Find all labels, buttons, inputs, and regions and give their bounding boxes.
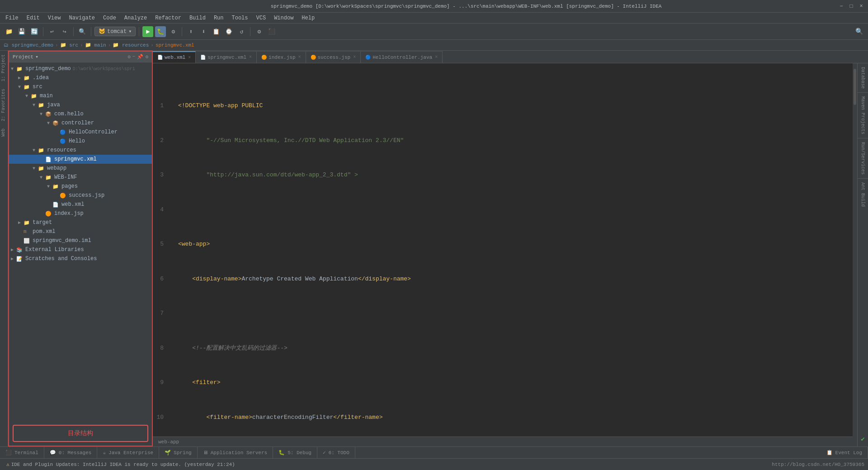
right-panel-run[interactable]: Run/Services	[859, 140, 866, 176]
project-collapse-icon[interactable]: −	[132, 54, 136, 60]
tree-item-webinf[interactable]: ▼ 📁 WEB-INF	[9, 173, 152, 182]
tomcat-config[interactable]: 🐱 tomcat ▾	[94, 27, 136, 36]
tree-item-comhello[interactable]: ▼ 📦 com.hello	[9, 109, 152, 119]
coverage-btn[interactable]: ⚙	[168, 26, 179, 37]
toolbar-search-btn[interactable]: 🔍	[77, 26, 88, 37]
menu-file[interactable]: File	[2, 14, 22, 22]
menu-refactor[interactable]: Refactor	[151, 14, 185, 22]
project-gear-icon[interactable]: ⚙	[145, 54, 148, 60]
tree-item-index-jsp[interactable]: ▶ 🟠 index.jsp	[9, 209, 152, 218]
tab-event-log[interactable]: 📋 Event Log	[821, 447, 868, 459]
editor-scrollbar[interactable]	[853, 63, 857, 446]
toolbar-sync-btn[interactable]: 🔄	[29, 26, 40, 37]
menu-vcs[interactable]: VCS	[253, 14, 270, 22]
tree-item-java-dir[interactable]: ▼ 📁 java	[9, 100, 152, 109]
tab-web-xml[interactable]: 📄 web.xml ×	[153, 51, 196, 63]
annotate-btn[interactable]: 📋	[211, 26, 222, 37]
breadcrumb-resources[interactable]: 📁 resources	[113, 42, 149, 48]
dir-structure-button[interactable]: 目录结构	[13, 425, 148, 442]
tree-item-controller[interactable]: ▼ 📦 controller	[9, 119, 152, 128]
search-everywhere-btn[interactable]: 🔍	[854, 26, 864, 37]
tab-icon-index-jsp: 🟠	[261, 55, 267, 60]
menu-run[interactable]: Run	[210, 14, 227, 22]
tab-springmvc-xml[interactable]: 📄 springmvc.xml ×	[196, 51, 257, 63]
status-notification[interactable]: ⚠ IDE and Plugin Updates: IntelliJ IDEA …	[4, 461, 238, 468]
history-btn[interactable]: ⌚	[223, 26, 234, 37]
tab-close-success-jsp[interactable]: ×	[353, 55, 356, 60]
toolbar-open-btn[interactable]: 📁	[4, 26, 14, 37]
right-panel-database[interactable]: Database	[859, 65, 866, 90]
tree-item-resources[interactable]: ▼ 📁 resources	[9, 146, 152, 155]
tab-close-index-jsp[interactable]: ×	[298, 55, 301, 60]
run-button[interactable]: ▶	[142, 26, 153, 37]
tab-debug[interactable]: 🐛 5: Debug	[273, 447, 317, 459]
tree-item-pages[interactable]: ▼ 📁 pages	[9, 182, 152, 191]
code-editor[interactable]: 1 <!DOCTYPE web-app PUBLIC 2 "-//Sun Mic…	[153, 63, 853, 437]
breadcrumb-file[interactable]: springmvc.xml	[156, 43, 194, 48]
tab-terminal[interactable]: ⬛ Terminal	[0, 447, 44, 459]
maximize-button[interactable]: □	[848, 3, 854, 9]
tab-index-jsp[interactable]: 🟠 index.jsp ×	[257, 51, 306, 63]
tree-item-hello[interactable]: ▶ 🔵 Hello	[9, 137, 152, 146]
tree-item-target[interactable]: ▶ 📁 target	[9, 218, 152, 227]
breadcrumb-main[interactable]: 📁 main	[85, 42, 106, 48]
menu-tools[interactable]: Tools	[228, 14, 252, 22]
tree-item-external-libs[interactable]: ▶ 📚 External Libraries	[9, 245, 152, 254]
scrollbar-thumb[interactable]	[854, 69, 856, 105]
tab-close-web-xml[interactable]: ×	[188, 55, 191, 60]
project-pin-icon[interactable]: 📌	[137, 54, 143, 60]
stop-btn[interactable]: ⬛	[266, 26, 277, 37]
right-panel-ant[interactable]: Ant Build	[859, 180, 866, 209]
vcs-btn[interactable]: ⬇	[198, 26, 209, 37]
tree-item-idea[interactable]: ▶ 📁 .idea	[9, 73, 152, 82]
tab-spring[interactable]: 🌱 Spring	[159, 447, 198, 459]
toolbar-redo-btn[interactable]: ↪	[59, 26, 70, 37]
maven-btn[interactable]: ⚙	[254, 26, 264, 37]
breadcrumb-src[interactable]: 📁 src	[60, 42, 78, 48]
panel-label-project[interactable]: 1: Project	[0, 51, 8, 85]
tab-close-springmvc-xml[interactable]: ×	[249, 55, 252, 60]
tab-close-hellocontroller[interactable]: ×	[435, 55, 438, 60]
tab-application-servers[interactable]: 🖥 Application Servers	[198, 447, 273, 459]
right-panel-maven[interactable]: Maven Projects	[859, 95, 866, 136]
tab-todo[interactable]: ✓ 6: TODO	[317, 447, 355, 459]
project-title[interactable]: Project ▾	[13, 54, 38, 60]
menu-edit[interactable]: Edit	[23, 14, 43, 22]
panel-label-favorites[interactable]: 2: Favorites	[0, 85, 8, 125]
toolbar-undo-btn[interactable]: ↩	[47, 26, 57, 37]
update-btn[interactable]: ⬆	[185, 26, 196, 37]
breadcrumb-project[interactable]: 🗂 springmvc_demo	[4, 42, 53, 48]
menu-code[interactable]: Code	[99, 14, 120, 22]
tree-item-springmvc-xml[interactable]: ▶ 📄 springmvc.xml	[9, 155, 152, 164]
menu-analyze[interactable]: Analyze	[121, 14, 151, 22]
tree-item-pom[interactable]: ▶ m pom.xml	[9, 227, 152, 236]
revert-btn[interactable]: ↺	[236, 26, 247, 37]
project-settings-icon[interactable]: ⚙	[127, 54, 131, 60]
tab-success-jsp[interactable]: 🟠 success.jsp ×	[306, 51, 361, 63]
toolbar-save-btn[interactable]: 💾	[16, 26, 27, 37]
tree-item-success-jsp[interactable]: ▶ 🟠 success.jsp	[9, 191, 152, 200]
tree-item-webapp[interactable]: ▼ 📁 webapp	[9, 164, 152, 173]
tab-hellocontroller[interactable]: 🔵 HelloController.java ×	[361, 51, 443, 63]
tree-item-iml[interactable]: ▶ ⬜ springmvc_demo.iml	[9, 236, 152, 245]
tree-item-main[interactable]: ▼ 📁 main	[9, 91, 152, 100]
menu-navigate[interactable]: Navigate	[65, 14, 99, 22]
tree-item-root[interactable]: ▼ 📁 springmvc_demo D:\work\workSpaces\sp…	[9, 64, 152, 73]
tree-item-src[interactable]: ▼ 📁 src	[9, 82, 152, 91]
right-panel-sep1	[858, 92, 868, 93]
tomcat-dropdown-icon: ▾	[128, 28, 132, 35]
debug-button[interactable]: 🐛	[155, 26, 166, 37]
tree-item-web-xml[interactable]: ▶ 📄 web.xml	[9, 200, 152, 209]
menu-build[interactable]: Build	[186, 14, 209, 22]
menu-view[interactable]: View	[44, 14, 65, 22]
tab-java-enterprise[interactable]: ☕ Java Enterprise	[97, 447, 159, 459]
tab-messages[interactable]: 💬 0: Messages	[44, 447, 98, 459]
tree-item-hellocontroller[interactable]: ▶ 🔵 HelloController	[9, 128, 152, 137]
minimize-button[interactable]: −	[838, 3, 844, 9]
tree-label-scratches: Scratches and Consoles	[25, 256, 97, 262]
panel-label-web[interactable]: Web	[0, 125, 8, 140]
menu-help[interactable]: Help	[298, 14, 318, 22]
menu-window[interactable]: Window	[270, 14, 297, 22]
close-button[interactable]: ×	[858, 3, 864, 9]
tree-item-scratches[interactable]: ▶ 📝 Scratches and Consoles	[9, 254, 152, 263]
